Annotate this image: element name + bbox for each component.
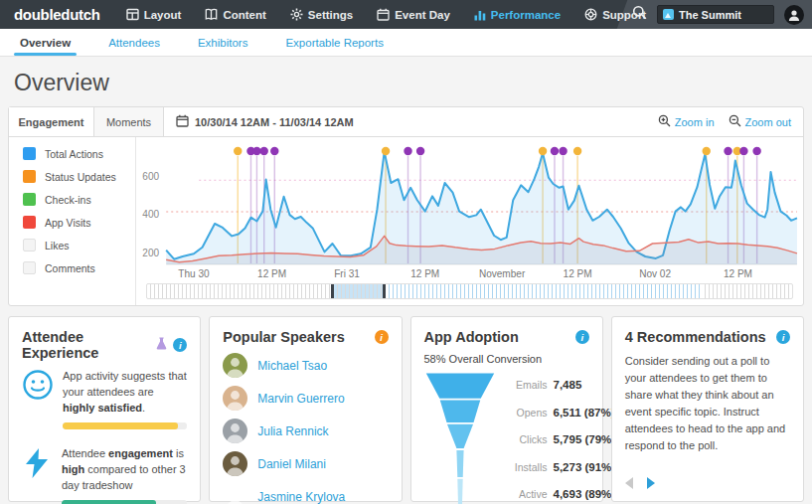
satisfaction-bar (63, 422, 187, 429)
overall-conversion: 58% Overall Conversion (424, 353, 589, 365)
layout-icon (126, 8, 139, 21)
speaker-avatar (223, 353, 247, 378)
date-range-text: 10/30/14 12AM - 11/03/14 12AM (195, 116, 354, 128)
previous-recommendation-arrow[interactable] (625, 477, 633, 489)
svg-text:Thu 30: Thu 30 (178, 268, 210, 279)
swatch (23, 216, 36, 229)
card-title: 4 Recommendations (625, 329, 766, 345)
brush-left-region (147, 284, 331, 298)
chart-legend: Total Actions Status Updates Check-ins A… (9, 137, 136, 305)
next-recommendation-arrow[interactable] (647, 477, 655, 489)
legend-check-ins[interactable]: Check-ins (23, 193, 135, 206)
svg-text:12 PM: 12 PM (724, 268, 752, 279)
swatch (23, 261, 36, 274)
recommendation-text: Consider sending out a poll to your atte… (625, 353, 790, 454)
funnel-row: Opens6,511 (87%) (506, 407, 616, 434)
svg-text:November: November (479, 268, 526, 279)
life-ring-icon (584, 8, 597, 21)
engagement-bar (62, 500, 187, 504)
speaker-row[interactable]: Julia Rennick (223, 419, 388, 443)
recommendations-card: 4 Recommendations i Consider sending out… (611, 316, 804, 502)
legend-status-updates[interactable]: Status Updates (23, 170, 135, 183)
speaker-avatar (223, 484, 247, 504)
svg-text:200: 200 (142, 248, 159, 258)
brush-right-region (702, 284, 792, 298)
chart-tab-engagement[interactable]: Engagement (9, 107, 94, 136)
legend-comments[interactable]: Comments (23, 261, 135, 274)
event-app-icon (663, 9, 674, 20)
tab-overview[interactable]: Overview (20, 29, 71, 56)
speaker-row[interactable]: Daniel Milani (223, 451, 388, 476)
speaker-row[interactable]: Jasmine Krylova (223, 484, 388, 504)
nav-item-event-day[interactable]: Event Day (377, 8, 450, 21)
info-icon[interactable]: i (776, 330, 790, 344)
card-title: App Adoption (424, 329, 519, 345)
speaker-row[interactable]: Marvin Guerrero (223, 386, 388, 411)
tab-exportable-reports[interactable]: Exportable Reports (285, 29, 383, 56)
engagement-chart[interactable]: 200400600Thu 3012 PMFri 3112 PMNovember1… (136, 137, 803, 282)
top-nav: doubledutch Layout Content Settings Even… (0, 0, 812, 29)
nav-item-settings[interactable]: Settings (290, 8, 353, 21)
swatch (23, 239, 36, 252)
brush-selection[interactable] (331, 284, 386, 298)
page-title: Overview (0, 57, 812, 106)
engagement-text: Attendee engagement is high compared to … (62, 446, 187, 494)
funnel-row: Active4,693 (89%) (506, 488, 616, 504)
zoom-in-icon (658, 114, 671, 129)
swatch (23, 193, 36, 206)
gear-icon (290, 8, 303, 21)
speaker-avatar (223, 451, 247, 476)
brush-activity-region (386, 284, 702, 298)
attendee-experience-card: Attendee Experience i App activity sugge… (8, 316, 201, 502)
zoom-out-button[interactable]: Zoom out (729, 114, 791, 129)
funnel-row: Clicks5,795 (79%) (506, 433, 616, 461)
lightning-bolt-icon (22, 446, 53, 504)
svg-text:12 PM: 12 PM (257, 268, 286, 279)
svg-text:Nov 02: Nov 02 (639, 268, 671, 279)
date-range-picker[interactable]: 10/30/14 12AM - 11/03/14 12AM (164, 107, 354, 136)
funnel-row: Emails7,485 (506, 379, 616, 407)
nav-item-layout[interactable]: Layout (126, 8, 182, 21)
doubledutch-logo[interactable]: doubledutch (0, 6, 126, 23)
swatch (23, 147, 36, 160)
svg-text:600: 600 (142, 171, 159, 182)
nav-item-performance[interactable]: Performance (474, 9, 561, 21)
content-icon (205, 8, 218, 21)
funnel-chart (424, 373, 496, 504)
chart-tab-moments[interactable]: Moments (94, 107, 164, 136)
info-icon[interactable]: i (375, 330, 389, 344)
funnel-row: Installs5,273 (91%) (506, 461, 616, 489)
card-title: Popular Speakers (223, 329, 345, 345)
timeline-brush[interactable] (146, 283, 793, 299)
speaker-row[interactable]: Michael Tsao (223, 353, 388, 378)
search-icon[interactable] (632, 5, 647, 24)
legend-total-actions[interactable]: Total Actions (23, 147, 135, 160)
calendar-icon (176, 114, 189, 129)
event-selector-value: The Summit (679, 9, 741, 21)
zoom-in-button[interactable]: Zoom in (658, 114, 715, 129)
satisfaction-text: App activity suggests that your attendee… (63, 369, 187, 417)
svg-text:Fri 31: Fri 31 (334, 268, 360, 279)
calendar-icon (377, 8, 390, 21)
performance-tabbar: Overview Attendees Exhibitors Exportable… (0, 29, 812, 57)
svg-text:12 PM: 12 PM (410, 268, 439, 279)
info-icon[interactable]: i (575, 330, 589, 344)
event-selector[interactable]: The Summit (657, 5, 774, 24)
info-icon[interactable]: i (173, 338, 187, 352)
speaker-avatar (223, 386, 247, 411)
svg-text:400: 400 (142, 209, 159, 220)
flask-icon (156, 336, 167, 354)
tab-attendees[interactable]: Attendees (108, 29, 160, 56)
bar-chart-icon (474, 9, 486, 21)
app-adoption-card: App Adoption i 58% Overall Conversion Em… (410, 316, 603, 502)
nav-item-content[interactable]: Content (205, 8, 265, 21)
legend-likes[interactable]: Likes (23, 239, 135, 252)
legend-app-visits[interactable]: App Visits (23, 216, 135, 229)
svg-text:12 PM: 12 PM (564, 268, 592, 279)
tab-exhibitors[interactable]: Exhibitors (198, 29, 248, 56)
engagement-panel: Engagement Moments 10/30/14 12AM - 11/03… (8, 106, 804, 306)
popular-speakers-card: Popular Speakers i Michael Tsao Marvin G… (209, 316, 402, 502)
user-avatar[interactable] (784, 5, 804, 25)
card-title: Attendee Experience (22, 329, 156, 361)
zoom-out-icon (729, 114, 741, 129)
